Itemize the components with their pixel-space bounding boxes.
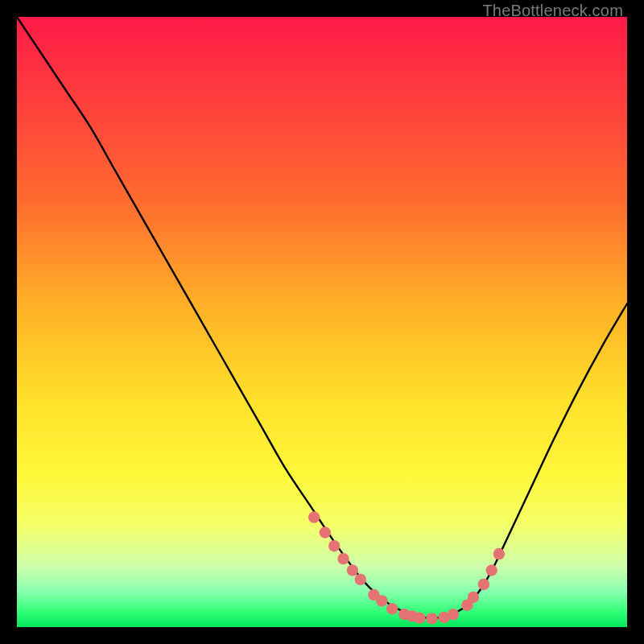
- chart-stage: TheBottleneck.com: [0, 0, 644, 644]
- highlight-dot: [355, 574, 366, 585]
- highlight-dot: [320, 526, 331, 538]
- highlight-dot: [308, 511, 320, 522]
- highlight-dot: [376, 595, 387, 606]
- highlight-dot: [493, 548, 505, 559]
- highlight-dot: [347, 564, 358, 576]
- highlight-dot: [478, 579, 489, 590]
- curve-svg: [17, 17, 627, 627]
- highlight-dot: [386, 603, 398, 614]
- highlight-dot: [426, 613, 437, 624]
- plot-area: [17, 17, 627, 627]
- highlight-dot: [486, 564, 497, 576]
- highlight-dot: [337, 553, 349, 564]
- highlight-dot: [468, 592, 479, 603]
- highlight-dot: [448, 609, 459, 620]
- highlight-dots: [308, 511, 505, 624]
- highlight-dot: [328, 540, 340, 551]
- highlight-dot: [414, 612, 425, 623]
